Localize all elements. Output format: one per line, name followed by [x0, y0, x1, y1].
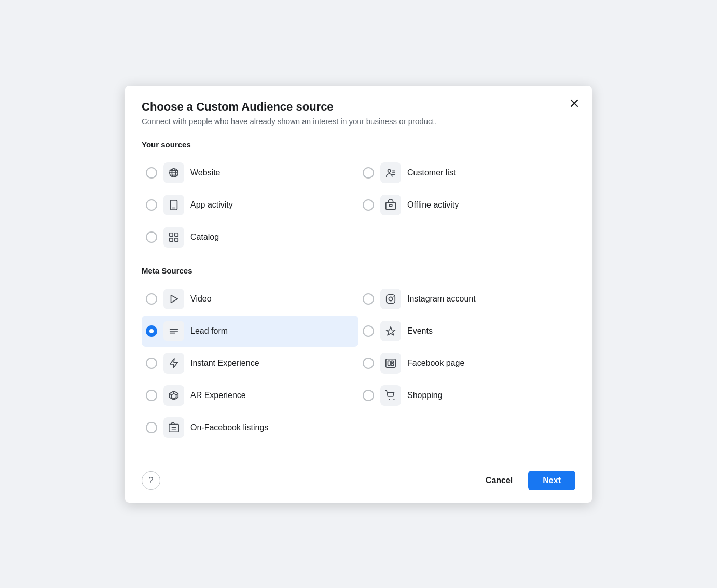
svg-marker-17	[171, 295, 178, 303]
instant-experience-icon	[168, 358, 180, 369]
listings-icon-box	[163, 417, 184, 438]
offline-activity-icon-box	[380, 195, 401, 215]
customer-list-icon-box	[380, 162, 401, 183]
shopping-label: Shopping	[407, 391, 443, 400]
option-customer-list[interactable]: Customer list	[358, 157, 575, 188]
facebook-page-label: Facebook page	[407, 359, 464, 368]
svg-point-5	[388, 169, 391, 172]
radio-facebook-page	[363, 358, 374, 369]
svg-marker-25	[170, 358, 178, 367]
svg-rect-11	[386, 202, 395, 209]
radio-website	[146, 167, 157, 179]
radio-shopping	[363, 390, 374, 401]
option-catalog[interactable]: Catalog	[142, 222, 358, 253]
svg-marker-24	[386, 326, 395, 335]
instagram-icon-box	[380, 289, 401, 309]
modal-container: Choose a Custom Audience source Connect …	[125, 86, 592, 503]
meta-sources-section: Meta Sources Video	[142, 266, 575, 444]
radio-catalog	[146, 231, 157, 243]
radio-events	[363, 325, 374, 337]
ar-icon-box	[163, 385, 184, 406]
svg-rect-27	[388, 361, 391, 365]
website-icon-box	[163, 162, 184, 183]
option-video[interactable]: Video	[142, 283, 358, 314]
option-app-activity[interactable]: App activity	[142, 189, 358, 221]
option-ar-experience[interactable]: AR Experience	[142, 380, 358, 411]
option-instagram[interactable]: Instagram account	[358, 283, 575, 314]
meta-sources-label: Meta Sources	[142, 266, 575, 275]
events-icon-box	[380, 321, 401, 341]
instagram-icon	[385, 293, 396, 305]
svg-point-36	[393, 399, 394, 400]
radio-on-facebook-listings	[146, 422, 157, 433]
option-website[interactable]: Website	[142, 157, 358, 188]
option-on-facebook-listings[interactable]: On-Facebook listings	[142, 412, 358, 443]
svg-point-19	[389, 297, 392, 300]
svg-rect-15	[170, 238, 173, 241]
customer-list-icon	[385, 167, 396, 179]
svg-rect-13	[170, 233, 173, 236]
modal-title: Choose a Custom Audience source	[142, 100, 575, 114]
video-play-icon	[168, 293, 180, 305]
svg-point-20	[393, 296, 393, 296]
svg-marker-31	[171, 393, 176, 399]
catalog-icon-box	[163, 227, 184, 248]
svg-rect-28	[391, 361, 394, 363]
svg-rect-14	[175, 233, 178, 236]
help-button[interactable]: ?	[142, 471, 160, 490]
option-shopping[interactable]: Shopping	[358, 380, 575, 411]
modal-footer: ? Cancel Next	[142, 461, 575, 490]
close-button[interactable]	[567, 96, 582, 111]
offline-icon	[385, 199, 396, 211]
svg-rect-18	[387, 294, 395, 303]
modal-subtitle: Connect with people who have already sho…	[142, 117, 575, 126]
your-sources-section: Your sources Website	[142, 140, 575, 254]
customer-list-label: Customer list	[407, 168, 456, 177]
radio-offline-activity	[363, 199, 374, 211]
option-lead-form[interactable]: Lead form	[142, 316, 358, 347]
events-label: Events	[407, 326, 433, 336]
meta-sources-grid: Video Instagram account	[142, 283, 575, 444]
footer-actions: Cancel Next	[475, 471, 575, 490]
svg-rect-37	[169, 424, 178, 432]
svg-rect-9	[171, 200, 177, 209]
listings-icon	[168, 422, 180, 433]
facebook-page-icon	[385, 358, 396, 369]
instant-icon-box	[163, 353, 184, 374]
svg-rect-12	[389, 204, 392, 207]
radio-instagram	[363, 293, 374, 305]
close-icon	[569, 98, 580, 108]
radio-app-activity	[146, 199, 157, 211]
offline-activity-label: Offline activity	[407, 200, 459, 210]
instagram-label: Instagram account	[407, 294, 476, 304]
next-button[interactable]: Next	[528, 471, 575, 490]
option-events[interactable]: Events	[358, 316, 575, 347]
option-offline-activity[interactable]: Offline activity	[358, 189, 575, 221]
svg-rect-29	[391, 363, 394, 365]
radio-video	[146, 293, 157, 305]
catalog-label: Catalog	[190, 233, 219, 242]
app-activity-icon-box	[163, 195, 184, 215]
video-label: Video	[190, 294, 212, 304]
radio-instant-experience	[146, 358, 157, 369]
globe-icon	[168, 167, 180, 179]
lead-form-label: Lead form	[190, 326, 228, 336]
shopping-icon	[385, 390, 396, 401]
option-facebook-page[interactable]: Facebook page	[358, 348, 575, 379]
app-activity-label: App activity	[190, 200, 233, 210]
video-icon-box	[163, 289, 184, 309]
events-icon	[385, 325, 396, 337]
app-icon	[168, 199, 180, 211]
shopping-icon-box	[380, 385, 401, 406]
radio-ar-experience	[146, 390, 157, 401]
your-sources-label: Your sources	[142, 140, 575, 149]
instant-experience-label: Instant Experience	[190, 359, 259, 368]
lead-form-icon-box	[163, 321, 184, 341]
lead-form-icon	[168, 325, 180, 337]
svg-point-35	[389, 399, 390, 400]
option-instant-experience[interactable]: Instant Experience	[142, 348, 358, 379]
svg-rect-26	[386, 359, 395, 367]
your-sources-grid: Website Customer list	[142, 157, 575, 254]
cancel-button[interactable]: Cancel	[475, 471, 523, 490]
facebook-page-icon-box	[380, 353, 401, 374]
